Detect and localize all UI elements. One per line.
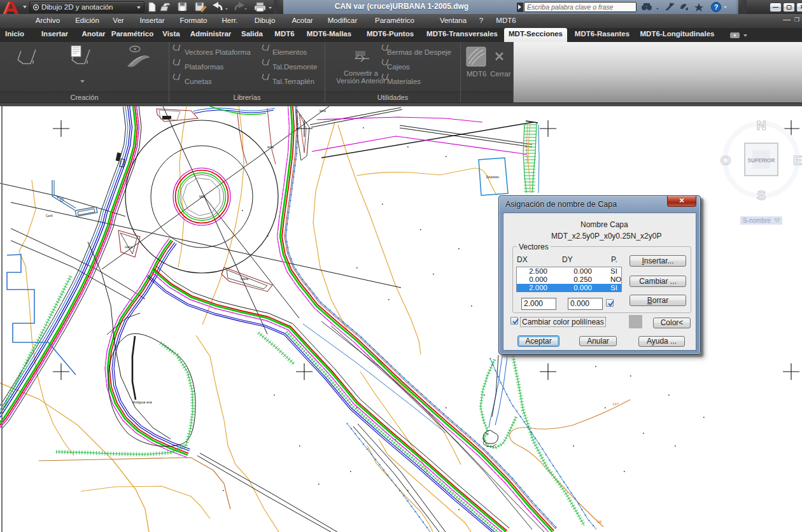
svg-text:d: d	[486, 432, 488, 436]
svg-text:Depósito: Depósito	[486, 175, 499, 179]
svg-text:S: S	[757, 188, 766, 202]
svg-text:N: N	[756, 118, 766, 132]
svg-text:Isleta: Isleta	[125, 245, 132, 249]
svg-text:letra: letra	[320, 109, 326, 113]
svg-text:19?: 19?	[612, 402, 619, 406]
svg-text:labio: labio	[163, 116, 170, 120]
svg-text:1B: 1B	[597, 520, 602, 524]
svg-text:Isleta: Isleta	[241, 277, 248, 281]
svg-text:Antigua era: Antigua era	[132, 400, 152, 404]
svg-text:Cerfi: Cerfi	[46, 214, 53, 218]
svg-text:E: E	[793, 153, 802, 167]
svg-text:M03: M03	[199, 195, 206, 199]
svg-text:letra: letra	[267, 145, 274, 149]
svg-text:?: ?	[714, 3, 719, 11]
svg-text:P: P	[57, 196, 59, 199]
svg-text:S-nombre: S-nombre	[743, 217, 771, 224]
svg-text:SUPERIOR: SUPERIOR	[748, 158, 775, 164]
svg-text:O: O	[721, 153, 731, 167]
